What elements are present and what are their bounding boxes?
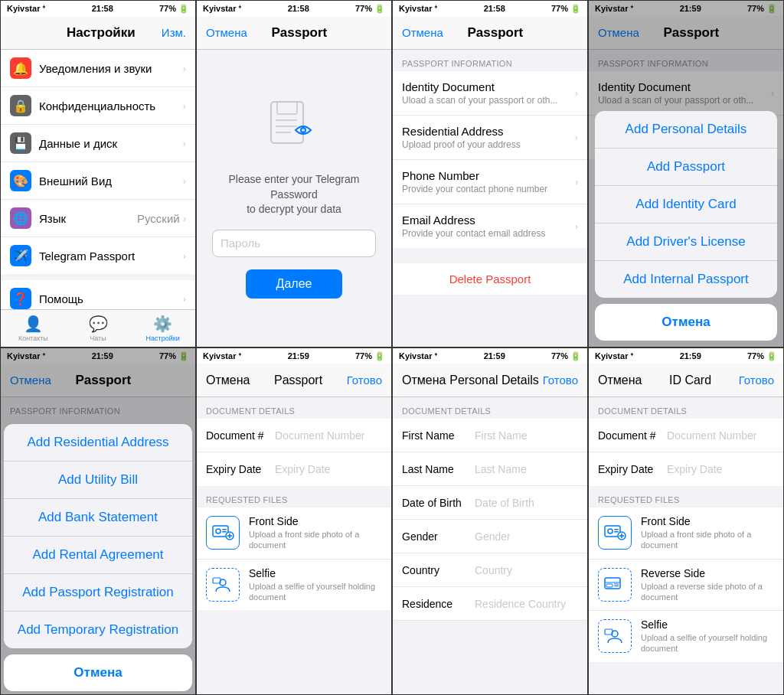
notifications-label: Уведомления и звуки xyxy=(39,62,183,75)
settings-item-privacy[interactable]: 🔒 Конфиденциальность › xyxy=(1,87,195,125)
settings-item-notifications[interactable]: 🔔 Уведомления и звуки › xyxy=(1,50,195,87)
delete-passport-btn[interactable]: Delete Passport xyxy=(393,263,587,295)
chevron-icon: › xyxy=(183,175,186,187)
requested-files-6: Front Side Upload a front side photo of … xyxy=(197,507,391,610)
selfie-icon-6 xyxy=(206,568,240,602)
front-side-content: Front Side Upload a front side photo of … xyxy=(249,515,382,551)
selfie-item-6[interactable]: Selfie Upload a selfie of yourself holdi… xyxy=(197,560,391,611)
status-right-3: 77% 🔋 xyxy=(551,4,581,14)
identity-document-item[interactable]: Identity Document Uload a scan of your p… xyxy=(393,71,587,116)
chats-tab-icon: 💬 xyxy=(89,315,108,333)
chevron-icon: › xyxy=(183,213,186,224)
selfie-item-8[interactable]: Selfie Upload a selfie of yourself holdi… xyxy=(589,611,783,662)
nav-title-7: Personal Details xyxy=(449,374,539,387)
email-address-item[interactable]: Email Address Provide your contact email… xyxy=(393,204,587,248)
carrier-3: Kyivstar ᐩ xyxy=(399,4,437,14)
first-name-row[interactable]: First Name First Name xyxy=(393,419,587,452)
password-input[interactable] xyxy=(212,230,376,257)
add-drivers-license-btn[interactable]: Add Driver's License xyxy=(595,224,777,261)
add-passport-registration-btn[interactable]: Add Passport Registration xyxy=(4,574,192,612)
expiry-date-row-8[interactable]: Expiry Date Expiry Date xyxy=(589,452,783,486)
language-value: Русский xyxy=(137,212,180,225)
svg-rect-24 xyxy=(606,584,612,587)
add-residential-address-btn[interactable]: Add Residential Address xyxy=(4,424,192,462)
gender-row[interactable]: Gender Gender xyxy=(393,520,587,553)
done-btn-6[interactable]: Готово xyxy=(347,374,382,387)
nav-title-6: Passport xyxy=(274,374,322,387)
settings-tab-label: Настройки xyxy=(146,334,180,342)
cancel-btn-8[interactable]: Отмена xyxy=(598,374,642,387)
doc-section-header-8: DOCUMENT DETAILS xyxy=(589,397,783,419)
svg-rect-1 xyxy=(277,102,297,114)
contacts-tab-label: Контакты xyxy=(18,334,48,342)
cancel-btn-3[interactable]: Отмена xyxy=(402,26,443,39)
last-name-row[interactable]: Last Name Last Name xyxy=(393,452,587,486)
email-title: Email Address xyxy=(402,214,575,227)
phone-number-item[interactable]: Phone Number Provide your contact phone … xyxy=(393,160,587,204)
dob-row[interactable]: Date of Birth Date of Birth xyxy=(393,486,587,520)
tab-settings[interactable]: ⚙️ Настройки xyxy=(130,310,195,347)
done-btn-7[interactable]: Готово xyxy=(543,374,578,387)
add-utility-bill-btn[interactable]: Add Utility Bill xyxy=(4,462,192,499)
reverse-side-content: Reverse Side Upload a reverse side photo… xyxy=(641,567,774,603)
screen-settings: Kyivstar ᐩ 21:58 77% 🔋 Настройки Изм. 🔔 … xyxy=(0,0,196,348)
status-bar-3: Kyivstar ᐩ 21:58 77% 🔋 xyxy=(393,1,587,16)
svg-rect-0 xyxy=(271,102,303,143)
residential-address-item[interactable]: Residential Address Upload proof of your… xyxy=(393,116,587,160)
screen-id-card: Kyivstar ᐩ 21:59 77% 🔋 Отмена ID Card Го… xyxy=(588,348,784,695)
cancel-btn-2[interactable]: Отмена xyxy=(206,26,247,39)
status-bar-1: Kyivstar ᐩ 21:58 77% 🔋 xyxy=(1,1,195,16)
screen-passport-doc: Kyivstar ᐩ 21:59 77% 🔋 Отмена Passport Г… xyxy=(196,348,392,695)
add-bank-statement-btn[interactable]: Add Bank Statement xyxy=(4,499,192,537)
settings-item-appearance[interactable]: 🎨 Внешний Вид › xyxy=(1,162,195,200)
add-personal-details-btn[interactable]: Add Personal Details xyxy=(595,111,777,148)
add-internal-passport-btn[interactable]: Add Internal Passport xyxy=(595,261,777,298)
status-right-8: 77% 🔋 xyxy=(747,351,777,361)
nav-edit-btn[interactable]: Изм. xyxy=(162,26,186,39)
front-side-item-8[interactable]: Front Side Upload a front side photo of … xyxy=(589,507,783,560)
selfie-content-8: Selfie Upload a selfie of yourself holdi… xyxy=(641,618,774,654)
chevron-icon: › xyxy=(183,138,186,149)
settings-item-language[interactable]: 🌐 Язык Русский › xyxy=(1,200,195,237)
tab-chats[interactable]: 💬 Чаты xyxy=(66,310,131,347)
add-rental-agreement-btn[interactable]: Add Rental Agreement xyxy=(4,537,192,574)
cancel-btn-7[interactable]: Отмена xyxy=(402,374,446,387)
add-temporary-registration-btn[interactable]: Add Temporary Registration xyxy=(4,612,192,648)
document-number-row[interactable]: Document # Document Number xyxy=(197,419,391,452)
settings-item-data[interactable]: 💾 Данные и диск › xyxy=(1,125,195,162)
settings-item-passport[interactable]: ✈️ Telegram Passport › xyxy=(1,237,195,274)
personal-fields: First Name First Name Last Name Last Nam… xyxy=(393,419,587,621)
svg-rect-8 xyxy=(222,529,227,530)
chevron-icon: › xyxy=(575,220,578,232)
screen-passport-action2: Kyivstar ᐩ 21:59 77% 🔋 Отмена Passport P… xyxy=(0,348,196,695)
front-side-item[interactable]: Front Side Upload a front side photo of … xyxy=(197,507,391,560)
add-passport-btn[interactable]: Add Passport xyxy=(595,148,777,186)
document-number-row-8[interactable]: Document # Document Number xyxy=(589,419,783,452)
files-section-header-8: REQUESTED FILES xyxy=(589,486,783,507)
carrier-2: Kyivstar ᐩ xyxy=(203,4,241,14)
carrier-6: Kyivstar ᐩ xyxy=(203,351,241,361)
submit-btn[interactable]: Далее xyxy=(246,269,343,299)
requested-files-8: Front Side Upload a front side photo of … xyxy=(589,507,783,662)
front-side-icon xyxy=(206,516,240,550)
carrier-1: Kyivstar ᐩ xyxy=(7,4,45,14)
expiry-date-row[interactable]: Expiry Date Expiry Date xyxy=(197,452,391,486)
done-btn-8[interactable]: Готово xyxy=(739,374,774,387)
screen-passport-info: Kyivstar ᐩ 21:58 77% 🔋 Отмена Passport P… xyxy=(392,0,588,348)
chats-tab-label: Чаты xyxy=(90,334,106,342)
chevron-icon: › xyxy=(183,100,186,112)
add-identity-card-btn[interactable]: Add Identity Card xyxy=(595,186,777,224)
privacy-label: Конфиденциальность xyxy=(39,100,183,113)
action-sheet-cancel-btn[interactable]: Отмена xyxy=(595,304,777,341)
residence-row[interactable]: Residence Residence Country xyxy=(393,587,587,621)
password-input-wrap xyxy=(212,230,376,257)
action-sheet-cancel-btn-2[interactable]: Отмена xyxy=(4,654,192,691)
reverse-side-item[interactable]: Reverse Side Upload a reverse side photo… xyxy=(589,560,783,612)
cancel-btn-6[interactable]: Отмена xyxy=(206,374,250,387)
country-row[interactable]: Country Country xyxy=(393,553,587,587)
time-7: 21:59 xyxy=(484,351,505,361)
svg-point-16 xyxy=(608,529,612,533)
notifications-icon: 🔔 xyxy=(10,57,31,79)
tab-contacts[interactable]: 👤 Контакты xyxy=(1,310,66,347)
front-side-icon-8 xyxy=(598,516,632,550)
